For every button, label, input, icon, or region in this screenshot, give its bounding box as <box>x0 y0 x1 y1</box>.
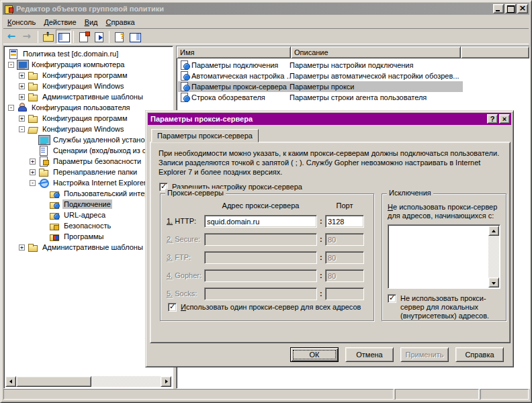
checkbox-checked-icon[interactable] <box>388 294 396 303</box>
http-address-input[interactable] <box>204 215 317 228</box>
back-button[interactable] <box>5 30 20 44</box>
forward-button[interactable] <box>20 30 36 44</box>
tab-proxy-settings[interactable]: Параметры прокси-сервера <box>151 129 259 142</box>
menu-konsol[interactable]: Консоль <box>3 17 40 28</box>
proxy-row-socks: 5. Socks: : <box>160 287 374 300</box>
expand-icon[interactable] <box>19 83 25 89</box>
tree-horizontal-scrollbar[interactable] <box>5 376 171 387</box>
ftp-label: 3. FTP: <box>167 253 191 261</box>
proxy-row-ftp: 3. FTP: : <box>160 251 374 264</box>
single-proxy-label: Использовать один прокси-сервер для всех… <box>181 303 361 311</box>
ie-folder-icon <box>49 189 60 198</box>
single-proxy-checkbox-row[interactable]: Использовать один прокси-сервер для всех… <box>168 303 369 312</box>
folder-lock-icon <box>49 221 60 230</box>
folder-icon <box>28 71 38 80</box>
scroll-up-button[interactable] <box>488 226 499 236</box>
expand-icon[interactable] <box>19 73 25 79</box>
exceptions-list-box <box>388 224 500 289</box>
expand-icon[interactable] <box>30 169 36 175</box>
cancel-button[interactable]: Отмена <box>345 347 394 362</box>
menu-spravka[interactable]: Справка <box>102 17 139 28</box>
exceptions-scrollbar[interactable] <box>488 226 499 287</box>
scrollbar-thumb[interactable] <box>16 376 91 387</box>
tree-item-computer-config[interactable]: Конфигурация компьютера <box>5 59 171 70</box>
expand-icon[interactable] <box>19 94 25 100</box>
collapse-icon[interactable] <box>8 62 14 68</box>
secure-port-input <box>325 233 364 246</box>
collapse-icon[interactable] <box>8 105 14 111</box>
show-hide-console-tree-icon <box>58 32 70 42</box>
socks-label: 5. Socks: <box>167 289 197 298</box>
ie-setting-icon <box>179 60 190 70</box>
ie-folder-icon <box>49 210 60 220</box>
show-hide-console-tree-button[interactable] <box>56 30 71 44</box>
list-item-proxy-settings[interactable]: Параметры прокси-сервераПараметры прокси <box>178 81 528 92</box>
expand-icon[interactable] <box>30 159 36 165</box>
scroll-left-button[interactable] <box>5 376 16 387</box>
list-item-connection-settings[interactable]: Параметры подключенияПараметры настройки… <box>178 60 528 71</box>
arrow-right-icon <box>165 379 170 384</box>
list-item-auto-config[interactable]: Автоматическая настройка ...Параметры ав… <box>178 71 528 81</box>
help-button[interactable] <box>112 30 127 44</box>
status-pane <box>480 389 529 400</box>
colon-separator: : <box>320 253 322 261</box>
proxy-settings-dialog: Параметры прокси-сервера ? × Параметры п… <box>145 110 514 367</box>
tree-item-windows-settings[interactable]: Конфигурация Windows <box>5 81 171 91</box>
folder-app-icon <box>49 232 60 241</box>
list-item-user-agent[interactable]: Строка обозревателяПараметры строки аген… <box>178 92 528 103</box>
folder-icon <box>28 92 38 101</box>
dialog-help-button[interactable]: ? <box>487 114 498 124</box>
properties-button[interactable] <box>76 30 91 44</box>
column-header-empty[interactable] <box>461 46 529 58</box>
local-addresses-label: Не использовать прокси-сервер для локаль… <box>400 294 503 320</box>
remote-install-icon <box>38 135 49 144</box>
scroll-right-button[interactable] <box>161 376 171 387</box>
dialog-title: Параметры прокси-сервера <box>150 115 253 123</box>
status-bar <box>3 389 529 400</box>
socks-address-input <box>204 287 317 300</box>
show-hide-panel-button[interactable] <box>127 30 142 44</box>
local-addresses-checkbox-row[interactable]: Не использовать прокси-сервер для локаль… <box>388 294 503 320</box>
toolbar-separator <box>38 31 38 43</box>
expand-icon[interactable] <box>19 116 25 122</box>
help-dialog-button[interactable]: Справка <box>455 347 504 362</box>
export-list-button[interactable] <box>91 30 107 44</box>
scrollbar-track[interactable] <box>16 376 161 387</box>
ok-button[interactable]: ОК <box>290 347 339 362</box>
expand-icon[interactable] <box>19 244 25 251</box>
tree-item-software-settings[interactable]: Конфигурация программ <box>5 70 171 81</box>
menu-deystvie[interactable]: Действие <box>40 17 80 28</box>
ie-folder-icon <box>49 199 60 209</box>
minimize-button[interactable] <box>493 4 504 13</box>
tree-item-admin-templates[interactable]: Административные шаблоны <box>5 91 171 102</box>
collapse-icon[interactable] <box>19 126 25 132</box>
ie-setting-icon <box>179 71 190 81</box>
checkbox-checked-icon[interactable] <box>168 303 177 312</box>
dialog-close-button[interactable]: × <box>499 114 510 124</box>
tab-page: При необходимости можно указать, к каким… <box>150 142 511 343</box>
collapse-icon[interactable] <box>30 180 36 186</box>
up-one-level-button[interactable] <box>40 30 56 44</box>
user-icon <box>17 103 28 112</box>
proxy-servers-group-title: Прокси-серверы <box>165 189 226 197</box>
column-header-name[interactable]: Имя <box>177 46 291 58</box>
properties-icon <box>78 32 90 42</box>
maximize-button[interactable] <box>505 4 516 13</box>
up-one-level-icon <box>42 32 54 42</box>
mmc-app-icon <box>4 5 13 13</box>
arrow-down-icon <box>492 282 496 287</box>
window-titlebar: Редактор объектов групповой политики <box>3 3 529 15</box>
close-button[interactable] <box>517 4 528 13</box>
menu-vid[interactable]: Вид <box>81 17 102 28</box>
column-header-description[interactable]: Описание <box>291 46 461 58</box>
tree-item-policy-root[interactable]: Политика test [dc.domain.ru] <box>5 48 171 59</box>
proxy-row-http: 1. HTTP: : <box>160 215 374 228</box>
dialog-titlebar: Параметры прокси-сервера ? × <box>148 113 511 125</box>
http-port-input[interactable] <box>325 215 364 228</box>
scroll-down-button[interactable] <box>488 277 499 287</box>
http-label: 1. HTTP: <box>167 217 196 225</box>
dialog-description: При необходимости можно указать, к каким… <box>159 148 502 177</box>
exceptions-textarea[interactable] <box>389 226 488 287</box>
toolbar <box>3 28 529 44</box>
colon-separator: : <box>320 217 322 225</box>
